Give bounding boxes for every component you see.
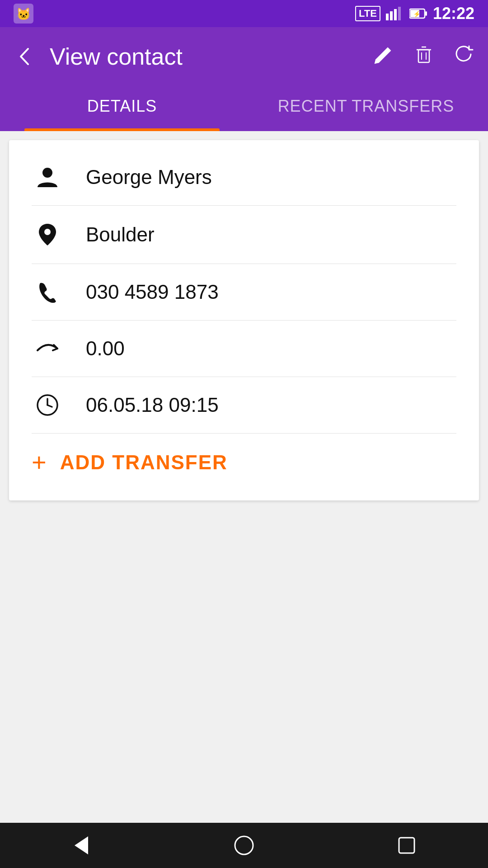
svg-text:⚡: ⚡	[413, 10, 421, 18]
nav-recent-icon	[395, 834, 418, 857]
svg-rect-8	[425, 11, 427, 16]
svg-rect-5	[398, 7, 401, 20]
amount-row: 0.00	[9, 321, 479, 377]
status-bar: 🐱 LTE ⚡ 12:22	[0, 0, 488, 27]
refresh-button[interactable]	[453, 43, 474, 70]
tab-recent-transfers[interactable]: RECENT TRANSFERS	[244, 86, 488, 131]
contact-location: Boulder	[86, 223, 155, 246]
lte-badge: LTE	[355, 6, 380, 21]
svg-point-21	[235, 836, 253, 854]
contact-amount: 0.00	[86, 337, 125, 360]
phone-icon-svg	[36, 280, 59, 304]
clock-icon	[32, 393, 63, 417]
svg-text:🐱: 🐱	[16, 7, 31, 21]
clock-icon-svg	[36, 393, 59, 417]
battery-icon: ⚡	[409, 7, 427, 20]
location-icon-svg	[36, 222, 59, 247]
person-icon	[32, 165, 63, 189]
tabs: DETAILS RECENT TRANSFERS	[0, 86, 488, 131]
status-icons: LTE ⚡ 12:22	[355, 4, 474, 23]
svg-marker-20	[75, 836, 88, 854]
nav-home-icon	[233, 834, 255, 857]
add-transfer-row[interactable]: + ADD TRANSFER	[9, 434, 479, 491]
datetime-row: 06.05.18 09:15	[9, 377, 479, 433]
svg-rect-2	[386, 14, 389, 20]
edit-button[interactable]	[373, 43, 395, 70]
svg-rect-10	[418, 50, 429, 62]
svg-rect-3	[390, 11, 393, 20]
svg-rect-4	[394, 9, 397, 20]
tab-details-label: DETAILS	[87, 97, 157, 116]
name-row: George Myers	[9, 149, 479, 205]
contact-datetime: 06.05.18 09:15	[86, 394, 219, 416]
svg-rect-22	[399, 838, 414, 853]
back-button[interactable]	[14, 45, 36, 68]
toolbar-actions	[373, 43, 474, 70]
nav-back-icon	[70, 834, 93, 857]
edit-icon	[373, 43, 395, 65]
nav-back-button[interactable]	[63, 827, 99, 863]
tab-details[interactable]: DETAILS	[0, 86, 244, 131]
toolbar: View contact	[0, 27, 488, 86]
add-transfer-plus-icon: +	[32, 450, 47, 475]
person-icon-svg	[36, 165, 59, 189]
refresh-icon	[453, 43, 474, 65]
location-icon	[32, 222, 63, 247]
svg-line-19	[47, 405, 52, 407]
transfer-icon-svg	[34, 337, 61, 360]
nav-recent-button[interactable]	[389, 827, 425, 863]
contact-name: George Myers	[86, 166, 212, 189]
tab-recent-transfers-label: RECENT TRANSFERS	[278, 97, 455, 116]
app-icon: 🐱	[14, 4, 33, 24]
add-transfer-label: ADD TRANSFER	[60, 451, 228, 474]
delete-button[interactable]	[413, 43, 435, 70]
back-icon	[14, 45, 36, 68]
svg-point-16	[44, 229, 51, 235]
location-row: Boulder	[9, 206, 479, 264]
transfer-icon	[32, 337, 63, 360]
content-card: George Myers Boulder 030 4589 1873	[9, 140, 479, 500]
contact-phone: 030 4589 1873	[86, 281, 219, 303]
delete-icon	[413, 43, 435, 65]
app-icon-svg: 🐱	[14, 4, 33, 24]
phone-icon	[32, 280, 63, 304]
phone-row: 030 4589 1873	[9, 264, 479, 320]
svg-point-15	[42, 168, 52, 178]
signal-icon	[386, 7, 404, 20]
status-time: 12:22	[433, 4, 474, 23]
nav-home-button[interactable]	[226, 827, 262, 863]
toolbar-title: View contact	[50, 43, 360, 70]
nav-bar	[0, 823, 488, 868]
